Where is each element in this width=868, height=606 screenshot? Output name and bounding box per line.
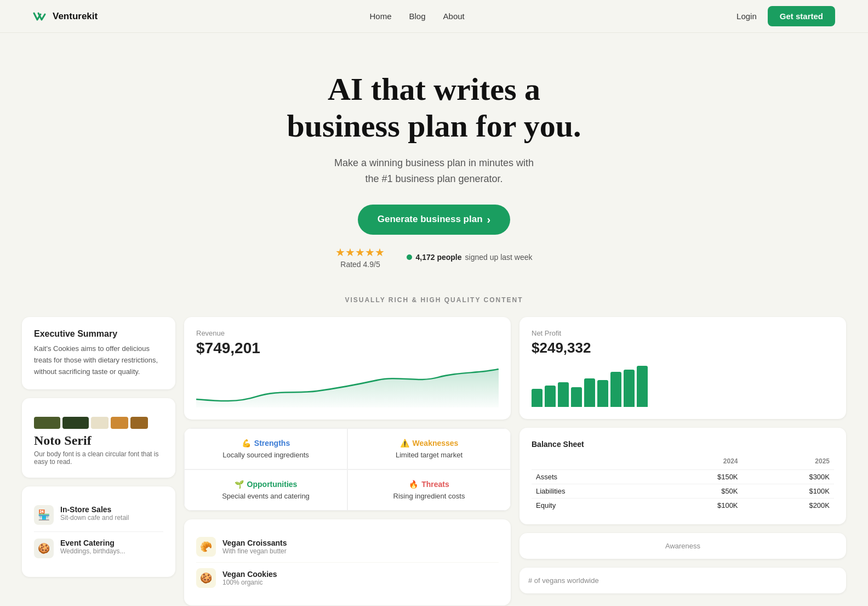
brand-card: Noto Serif Our body font is a clean circ… [22,398,175,478]
swot-weaknesses: ⚠️ Weaknesses Limited target market [347,428,511,469]
signup-block: 4,172 people signed up last week [407,253,532,262]
catering-icon: 🍪 [34,539,54,558]
product-cookies-info: Vegan Cookies 100% organic [222,570,277,586]
bs-row-2024: $150K [650,469,742,484]
instore-sub: Sit-down cafe and retail [60,514,129,522]
swot-strengths: 💪 Strengths Locally sourced ingredients [184,428,347,469]
bs-table: 2024 2025 Assets $150K $300KLiabilities … [532,455,834,512]
bar [624,370,635,407]
weaknesses-title: ⚠️ Weaknesses [359,439,499,448]
threats-text: Rising ingredient costs [359,492,499,500]
strengths-title: 💪 Strengths [196,439,336,448]
signup-count: 4,172 people [415,253,461,262]
bs-row: Liabilities $50K $100K [532,484,834,498]
vegans-card: # of vegans worldwide [519,568,846,593]
instore-info: In-Store Sales Sit-down cafe and retail [60,505,129,522]
bar [584,378,595,407]
bs-row: Equity $100K $200K [532,498,834,512]
bs-col-2025: 2025 [743,455,834,470]
swatch-1 [34,417,60,429]
swatch-2 [62,417,89,429]
revenue-card: Revenue $749,201 [184,317,511,420]
swatch-3 [91,417,108,429]
bs-row-2024: $100K [650,498,742,512]
signup-text: signed up last week [465,253,533,262]
products-card: 🥐 Vegan Croissants With fine vegan butte… [184,519,511,605]
opportunities-title: 🌱 Opportunities [196,480,336,489]
navbar: Venturekit Home Blog About Login Get sta… [0,0,868,33]
bs-row-2025: $300K [743,469,834,484]
dashboard: Executive Summary Kait's Cookies aims to… [0,317,868,606]
net-profit-amount: $249,332 [532,339,834,356]
cookies-sub: 100% organic [222,579,277,586]
threats-icon: 🔥 [409,480,418,489]
bs-col-label [532,455,650,470]
revenue-amount: $749,201 [196,339,499,357]
net-profit-label: Net Profit [532,329,834,337]
rating-text: Rated 4.9/5 [335,260,385,269]
logo-icon [33,10,48,23]
nav-blog[interactable]: Blog [409,12,426,21]
sparkline-chart [196,364,499,407]
stars: ★★★★★ [335,246,385,259]
nav-links: Home Blog About [370,12,465,21]
awareness-label: Awareness [528,542,837,550]
online-indicator [407,254,412,260]
vegans-label: # of vegans worldwide [528,576,837,585]
bar [637,366,648,407]
nav-about[interactable]: About [443,12,465,21]
section-label: VISUALLY RICH & HIGH QUALITY CONTENT [0,296,868,304]
weaknesses-text: Limited target market [359,451,499,459]
logo[interactable]: Venturekit [33,10,98,23]
bar [545,386,556,407]
swot-threats: 🔥 Threats Rising ingredient costs [347,469,511,511]
product-cookies: 🍪 Vegan Cookies 100% organic [196,563,499,593]
bs-row: Assets $150K $300K [532,469,834,484]
bar [571,387,582,407]
catering-info: Event Catering Weddings, birthdays... [60,539,125,555]
bar [597,380,608,407]
rating-block: ★★★★★ Rated 4.9/5 [335,246,385,269]
catering-sub: Weddings, birthdays... [60,547,125,555]
right-column: Net Profit $249,332 Balance Sheet 2024 2… [519,317,846,606]
product-croissants: 🥐 Vegan Croissants With fine vegan butte… [196,531,499,563]
bs-row-2025: $100K [743,484,834,498]
dashboard-grid: Executive Summary Kait's Cookies aims to… [22,317,846,606]
strengths-icon: 💪 [242,439,251,448]
bs-row-label: Equity [532,498,650,512]
bs-row-label: Assets [532,469,650,484]
balance-sheet-card: Balance Sheet 2024 2025 Assets $150K $30… [519,428,846,524]
cookies-icon: 🍪 [196,568,216,588]
biz-item-catering: 🍪 Event Catering Weddings, birthdays... [34,532,163,565]
strengths-text: Locally sourced ingredients [196,451,336,459]
bs-row-2024: $50K [650,484,742,498]
swot-opportunities: 🌱 Opportunities Special events and cater… [184,469,347,511]
net-profit-card: Net Profit $249,332 [519,317,846,419]
cookies-name: Vegan Cookies [222,570,277,579]
threats-title: 🔥 Threats [359,480,499,489]
bs-row-label: Liabilities [532,484,650,498]
hero-headline: AI that writes a business plan for you. [242,71,626,144]
font-name: Noto Serif [34,433,163,448]
bs-title: Balance Sheet [532,440,834,449]
bar [532,389,542,407]
exec-title: Executive Summary [34,329,163,339]
get-started-button[interactable]: Get started [768,6,835,26]
opportunities-text: Special events and catering [196,492,336,500]
swatch-5 [130,417,148,429]
login-link[interactable]: Login [736,12,757,21]
generate-plan-button[interactable]: Generate business plan › [358,205,510,235]
nav-home[interactable]: Home [370,12,392,21]
exec-text: Kait's Cookies aims to offer delicious t… [34,343,163,377]
swatch-4 [111,417,128,429]
swot-grid: 💪 Strengths Locally sourced ingredients … [184,428,511,511]
instore-icon: 🏪 [34,505,54,525]
opportunities-icon: 🌱 [235,480,244,489]
bar [558,382,569,407]
biz-item-instore: 🏪 In-Store Sales Sit-down cafe and retai… [34,499,163,532]
revenue-label: Revenue [196,329,499,337]
awareness-card: Awareness [519,533,846,559]
bs-col-2024: 2024 [650,455,742,470]
instore-label: In-Store Sales [60,505,129,514]
executive-summary-card: Executive Summary Kait's Cookies aims to… [22,317,175,389]
